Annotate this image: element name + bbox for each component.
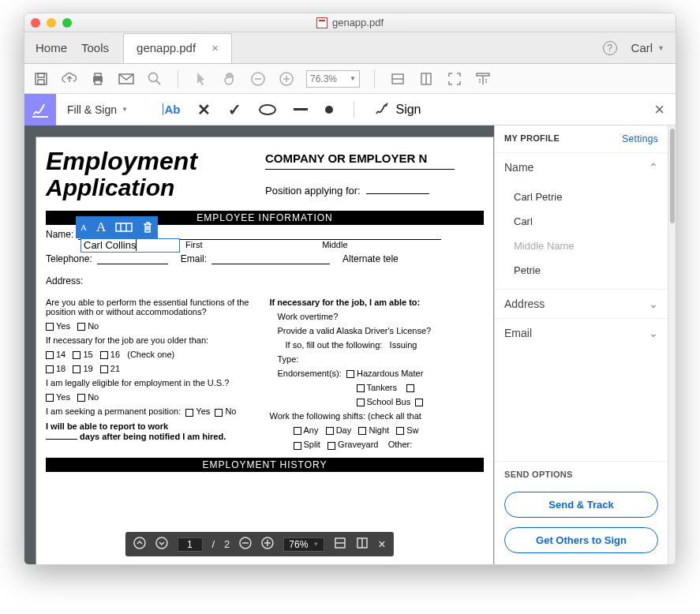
search-icon[interactable] [146,70,163,88]
text-size-small-button[interactable]: A [80,223,87,232]
line-tool[interactable] [294,108,308,110]
page-down-button[interactable] [155,537,167,552]
address-label: Address: [46,275,83,286]
close-tab-button[interactable]: × [211,41,219,54]
pdf-page: Employment Application COMPANY OR EMPLOY… [36,137,494,564]
sign-tool[interactable]: Sign [375,103,421,117]
profile-panel: MY PROFILE Settings Name ⌃ Carl Petrie C… [494,125,668,564]
chevron-up-icon: ⌃ [649,161,658,174]
svg-point-14 [133,537,144,548]
maximize-window-button[interactable] [62,18,72,28]
current-page-field[interactable]: 1 [177,537,202,552]
email-section-toggle[interactable]: Email ⌄ [495,318,668,347]
tab-document-label: genapp.pdf [137,41,196,54]
svg-rect-5 [95,80,101,84]
help-icon[interactable]: ? [603,41,617,55]
report-bold: I will be able to report to work [46,421,168,431]
delete-annotation-button[interactable] [142,221,153,234]
name-section-toggle[interactable]: Name ⌃ [495,152,668,182]
svg-rect-2 [38,80,44,84]
chevron-down-icon: ▼ [350,75,356,82]
titlebar[interactable]: genapp.pdf [24,13,676,32]
scrollbar-thumb[interactable] [670,129,675,223]
svg-rect-12 [477,73,489,76]
dot-tool[interactable] [325,106,333,114]
app-window: genapp.pdf Home Tools genapp.pdf × ? Car… [24,13,676,565]
chevron-down-icon: ▼ [122,106,128,113]
user-name: Carl [631,41,653,54]
add-text-tool[interactable]: Ab [163,103,181,116]
total-pages: 2 [224,538,230,550]
get-others-to-sign-button[interactable]: Get Others to Sign [504,527,658,553]
minimize-window-button[interactable] [47,18,56,28]
text-size-large-button[interactable]: A [96,219,106,235]
zoom-dropdown[interactable]: 76%▼ [283,537,324,552]
fit-width-icon[interactable] [389,70,406,88]
cloud-upload-icon[interactable] [61,70,78,88]
circle-tool[interactable] [259,104,276,115]
svg-rect-1 [38,73,44,77]
user-menu[interactable]: Carl ▼ [631,41,664,54]
close-nav-button[interactable]: × [378,537,385,552]
svg-rect-0 [36,73,47,84]
save-icon[interactable] [32,70,50,88]
tab-tools[interactable]: Tools [81,41,109,54]
mail-icon[interactable] [118,70,135,88]
fill-sign-label: Fill & Sign [67,103,117,116]
email-section-label: Email [504,327,532,339]
close-toolbar-button[interactable]: × [654,99,664,120]
pointer-icon[interactable] [193,70,210,88]
name-field-label: Name: [46,229,73,240]
position-label: Position applying for: [265,185,361,197]
zoom-in-icon[interactable] [278,70,295,88]
fit-button[interactable] [334,537,346,552]
name-text-input[interactable]: Carl Collins [80,238,180,253]
email-label: Email: [181,253,207,264]
zoom-out-icon[interactable] [249,70,267,88]
svg-rect-4 [95,73,101,77]
hand-pan-icon[interactable] [221,70,238,88]
zoom-level-field[interactable]: 76.3% ▼ [306,70,360,88]
scrollbar[interactable] [668,125,676,564]
q-essential-functions: Are you able to perform the essential fu… [46,298,260,316]
print-icon[interactable] [89,70,107,88]
crossmark-tool[interactable]: ✕ [197,100,211,119]
main-toolbar: 76.3% ▼ [24,64,676,94]
zoom-out-button[interactable] [239,537,252,552]
fullscreen-icon[interactable] [446,70,463,88]
first-label: First [185,240,320,249]
chevron-down-icon: ▼ [657,44,664,52]
document-viewport[interactable]: Employment Application COMPANY OR EMPLOY… [24,125,494,564]
middle-label: Middle [322,240,347,249]
fill-sign-dropdown[interactable]: Fill & Sign ▼ [56,103,139,116]
page-up-button[interactable] [133,537,145,552]
q-permanent: I am seeking a permanent position: [46,406,181,416]
spacing-button[interactable] [115,222,133,233]
address-section-toggle[interactable]: Address ⌄ [495,289,668,318]
checkmark-tool[interactable]: ✓ [228,100,241,119]
view-mode-button[interactable] [356,537,369,552]
tab-bar: Home Tools genapp.pdf × ? Carl ▼ [24,32,676,64]
telephone-label: Telephone: [46,253,92,264]
reading-mode-icon[interactable] [474,70,492,88]
svg-rect-13 [116,223,132,231]
tab-home[interactable]: Home [36,41,67,54]
profile-firstname[interactable]: Carl [495,209,668,234]
send-and-track-button[interactable]: Send & Track [504,492,658,518]
profile-fullname[interactable]: Carl Petrie [495,185,668,209]
svg-point-7 [149,73,158,81]
close-window-button[interactable] [31,18,40,28]
tab-document-active[interactable]: genapp.pdf × [123,33,232,63]
chevron-down-icon: ⌄ [649,327,658,339]
name-section-label: Name [504,161,533,174]
pdf-file-icon [316,17,328,28]
profile-lastname[interactable]: Petrie [495,258,668,283]
profile-middlename-placeholder[interactable]: Middle Name [495,234,668,258]
text-annotation-toolbar: A A [76,216,158,238]
settings-link[interactable]: Settings [622,133,658,144]
fit-page-icon[interactable] [417,70,435,88]
svg-point-15 [155,537,167,548]
page-separator: / [211,538,215,550]
window-title: genapp.pdf [332,17,384,28]
zoom-in-button[interactable] [261,537,274,552]
